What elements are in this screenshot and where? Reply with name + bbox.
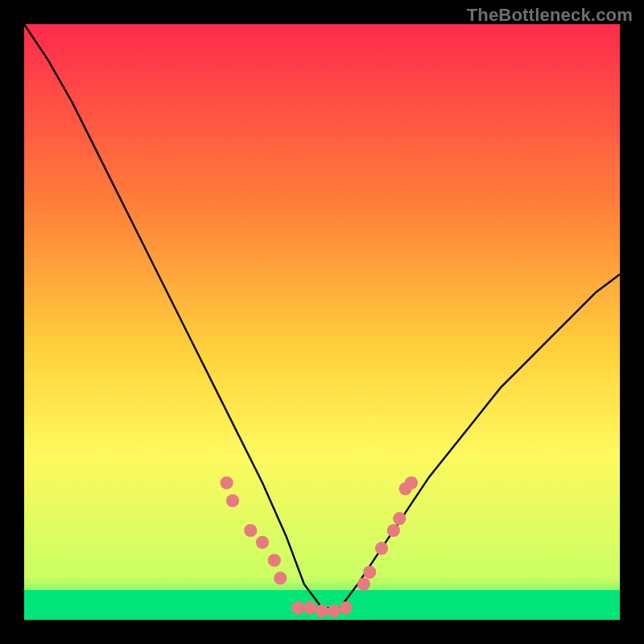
watermark-text: TheBottleneck.com xyxy=(467,5,633,26)
marker-point xyxy=(226,494,239,507)
chart-svg xyxy=(24,24,620,620)
marker-point xyxy=(291,601,304,614)
plot-area xyxy=(24,24,620,620)
marker-point xyxy=(387,524,400,537)
marker-point xyxy=(316,605,328,617)
marker-point xyxy=(244,524,257,537)
marker-point xyxy=(221,477,233,489)
marker-point xyxy=(274,572,287,584)
marker-point xyxy=(268,554,281,567)
marker-point xyxy=(340,601,353,614)
marker-point xyxy=(303,601,316,614)
chart-container: TheBottleneck.com xyxy=(0,0,644,644)
background-gradient xyxy=(24,24,620,620)
marker-point xyxy=(375,542,388,555)
marker-point xyxy=(393,512,406,525)
marker-point xyxy=(357,578,370,591)
marker-point xyxy=(405,477,418,489)
marker-point xyxy=(256,536,269,549)
marker-point xyxy=(363,566,376,579)
marker-point xyxy=(328,605,341,617)
